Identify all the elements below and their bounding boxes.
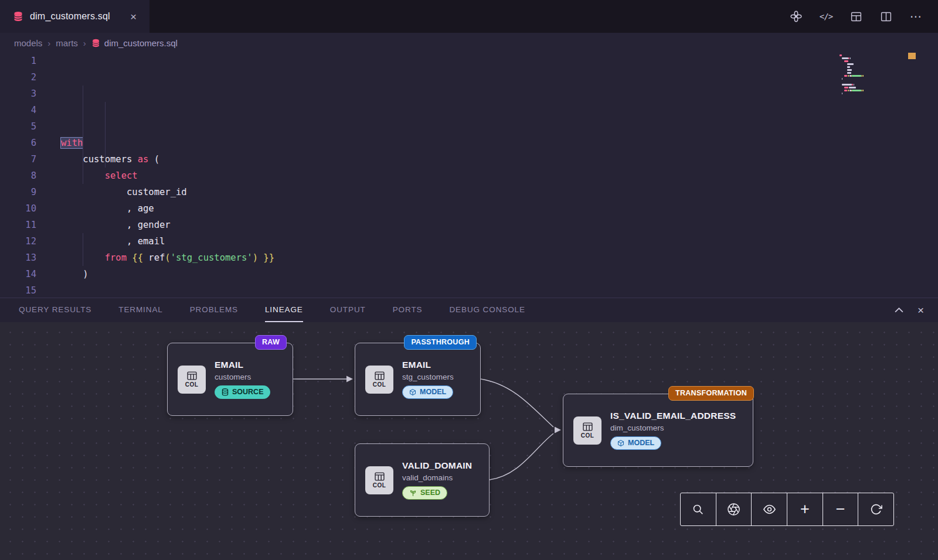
refresh-icon	[870, 503, 882, 515]
zoom-in-button[interactable]: +	[787, 493, 823, 525]
visibility-button[interactable]	[752, 493, 787, 525]
line-number: 8	[0, 168, 36, 184]
line-number: 1	[0, 53, 36, 69]
minimap[interactable]	[840, 54, 900, 98]
raw-badge: RAW	[255, 335, 287, 350]
line-number: 14	[0, 266, 36, 282]
zoom-out-button[interactable]: −	[823, 493, 859, 525]
node-title: EMAIL	[402, 360, 454, 370]
code-line[interactable]: customers as (	[61, 151, 868, 168]
indent-guide	[105, 102, 106, 168]
node-subtitle: dim_customers	[610, 424, 736, 432]
code-line[interactable]: from {{ ref('stg_customers') }}	[61, 250, 868, 266]
lineage-node-stg-customers[interactable]: PASSTHROUGH COL EMAIL stg_customers MODE…	[355, 343, 481, 416]
editor-tab-bar: dim_customers.sql × </> ⋯	[0, 0, 938, 33]
node-subtitle: stg_customers	[402, 373, 454, 381]
line-number: 11	[0, 217, 36, 233]
split-editor-icon[interactable]	[879, 9, 893, 23]
code-line[interactable]: , age	[61, 200, 868, 217]
breadcrumb-separator: ›	[47, 38, 50, 48]
tab-title: dim_customers.sql	[30, 11, 110, 22]
close-panel-icon[interactable]: ×	[917, 304, 924, 317]
breadcrumb: models › marts › dim_customers.sql	[0, 33, 938, 53]
aperture-icon	[727, 503, 740, 516]
pinwheel-icon[interactable]	[789, 9, 803, 23]
lineage-node-customers[interactable]: RAW COL EMAIL customers SOURCE	[167, 343, 293, 416]
indent-guide	[83, 233, 83, 266]
bottom-panel-header: QUERY RESULTSTERMINALPROBLEMSLINEAGEOUTP…	[0, 298, 938, 322]
breadcrumb-marts[interactable]: marts	[56, 38, 78, 48]
line-number: 6	[0, 135, 36, 151]
collapse-panel-icon[interactable]	[895, 308, 903, 313]
code-line[interactable]: customer_id	[61, 184, 868, 200]
column-icon: COL	[178, 366, 206, 394]
search-icon	[692, 503, 704, 515]
line-number: 4	[0, 102, 36, 118]
line-number: 15	[0, 282, 36, 298]
code-line[interactable]: with	[61, 135, 868, 151]
node-title: VALID_DOMAIN	[402, 460, 472, 471]
code-editor[interactable]: 123456789101112131415 with customers as …	[0, 53, 938, 298]
transformation-badge: TRANSFORMATION	[668, 386, 754, 401]
editor-gutter: 123456789101112131415	[0, 53, 36, 298]
code-line[interactable]	[61, 282, 868, 298]
breadcrumb-models[interactable]: models	[14, 38, 42, 48]
refresh-button[interactable]	[858, 493, 893, 525]
code-line[interactable]: , gender	[61, 217, 868, 233]
tab-close-icon[interactable]: ×	[128, 10, 139, 23]
node-subtitle: valid_domains	[402, 473, 472, 482]
panel-tab-query-results[interactable]: QUERY RESULTS	[19, 298, 91, 322]
lineage-toolbar: + −	[680, 493, 894, 526]
panel-tab-output[interactable]: OUTPUT	[330, 298, 366, 322]
database-icon	[91, 39, 100, 47]
node-subtitle: customers	[215, 373, 270, 381]
tab-dim-customers[interactable]: dim_customers.sql ×	[0, 0, 149, 33]
panel-tab-problems[interactable]: PROBLEMS	[190, 298, 238, 322]
code-line[interactable]: select	[61, 168, 868, 184]
column-icon: COL	[365, 466, 393, 494]
lineage-canvas[interactable]: RAW COL EMAIL customers SOURCE	[0, 322, 938, 560]
line-number: 9	[0, 184, 36, 200]
panel-tab-terminal[interactable]: TERMINAL	[118, 298, 162, 322]
line-number: 2	[0, 69, 36, 86]
overview-ruler-marker	[908, 53, 916, 59]
lineage-node-dim-customers[interactable]: TRANSFORMATION COL IS_VALID_EMAIL_ADDRES…	[563, 394, 753, 467]
aperture-button[interactable]	[716, 493, 752, 525]
passthrough-badge: PASSTHROUGH	[404, 335, 477, 350]
line-number: 12	[0, 233, 36, 250]
eye-icon	[763, 503, 776, 516]
search-button[interactable]	[681, 493, 716, 525]
code-lines[interactable]: with customers as ( select customer_id ,…	[61, 53, 868, 298]
panel-tabs: QUERY RESULTSTERMINALPROBLEMSLINEAGEOUTP…	[19, 298, 525, 322]
column-icon: COL	[365, 366, 393, 394]
minus-icon: −	[836, 501, 845, 517]
breadcrumb-file[interactable]: dim_customers.sql	[91, 38, 178, 48]
plus-icon: +	[800, 501, 810, 517]
node-title: EMAIL	[215, 360, 270, 370]
column-icon: COL	[573, 416, 601, 445]
model-badge: MODEL	[610, 436, 661, 450]
layout-icon[interactable]	[849, 9, 863, 23]
code-line[interactable]: , email	[61, 233, 868, 250]
lineage-node-valid-domains[interactable]: COL VALID_DOMAIN valid_domains SEED	[355, 443, 490, 517]
panel-tab-debug-console[interactable]: DEBUG CONSOLE	[449, 298, 525, 322]
code-icon[interactable]: </>	[819, 9, 833, 23]
node-title: IS_VALID_EMAIL_ADDRESS	[610, 411, 736, 421]
more-actions-icon[interactable]: ⋯	[909, 9, 923, 23]
line-number: 5	[0, 118, 36, 135]
line-number: 10	[0, 200, 36, 217]
seed-badge: SEED	[402, 486, 447, 500]
code-line[interactable]: )	[61, 266, 868, 282]
panel-tab-lineage[interactable]: LINEAGE	[265, 298, 303, 322]
database-icon	[13, 11, 23, 22]
indent-guide	[83, 86, 83, 184]
model-badge: MODEL	[402, 385, 453, 399]
source-badge: SOURCE	[215, 385, 270, 399]
line-number: 7	[0, 151, 36, 168]
breadcrumb-separator: ›	[83, 38, 86, 48]
line-number: 3	[0, 86, 36, 102]
panel-tab-ports[interactable]: PORTS	[393, 298, 423, 322]
line-number: 13	[0, 250, 36, 266]
